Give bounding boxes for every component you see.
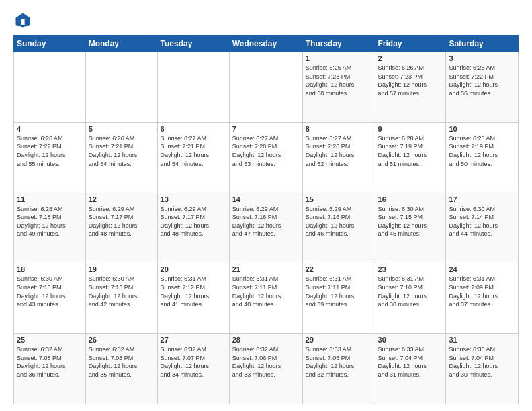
day-number: 20	[161, 265, 226, 273]
day-info: Sunrise: 6:26 AM Sunset: 7:22 PM Dayligh…	[17, 134, 83, 168]
calendar-cell: 24Sunrise: 6:31 AM Sunset: 7:09 PM Dayli…	[446, 263, 519, 334]
calendar-cell: 8Sunrise: 6:27 AM Sunset: 7:20 PM Daylig…	[302, 122, 375, 193]
day-number: 12	[89, 195, 154, 203]
day-info: Sunrise: 6:30 AM Sunset: 7:13 PM Dayligh…	[89, 275, 154, 308]
days-header-row: SundayMondayTuesdayWednesdayThursdayFrid…	[14, 36, 519, 52]
day-info: Sunrise: 6:28 AM Sunset: 7:19 PM Dayligh…	[378, 134, 443, 168]
header	[13, 11, 519, 30]
day-number: 22	[306, 265, 372, 273]
day-info: Sunrise: 6:26 AM Sunset: 7:23 PM Dayligh…	[378, 64, 443, 97]
day-info: Sunrise: 6:32 AM Sunset: 7:07 PM Dayligh…	[161, 345, 226, 379]
calendar-cell: 29Sunrise: 6:33 AM Sunset: 7:05 PM Dayli…	[302, 334, 375, 404]
day-info: Sunrise: 6:29 AM Sunset: 7:17 PM Dayligh…	[161, 205, 226, 238]
day-info: Sunrise: 6:28 AM Sunset: 7:19 PM Dayligh…	[449, 134, 515, 168]
calendar-cell: 25Sunrise: 6:32 AM Sunset: 7:08 PM Dayli…	[14, 334, 86, 404]
day-info: Sunrise: 6:31 AM Sunset: 7:09 PM Dayligh…	[449, 275, 515, 308]
day-number: 13	[161, 195, 226, 203]
calendar-cell: 23Sunrise: 6:31 AM Sunset: 7:10 PM Dayli…	[375, 263, 446, 334]
day-header-wednesday: Wednesday	[229, 36, 302, 52]
day-number: 7	[232, 125, 300, 133]
calendar-week-4: 18Sunrise: 6:30 AM Sunset: 7:13 PM Dayli…	[14, 263, 519, 334]
day-info: Sunrise: 6:27 AM Sunset: 7:21 PM Dayligh…	[161, 134, 226, 168]
day-header-sunday: Sunday	[14, 36, 86, 52]
day-info: Sunrise: 6:31 AM Sunset: 7:11 PM Dayligh…	[306, 275, 372, 308]
day-info: Sunrise: 6:32 AM Sunset: 7:08 PM Dayligh…	[89, 345, 154, 379]
day-info: Sunrise: 6:29 AM Sunset: 7:16 PM Dayligh…	[232, 205, 300, 238]
day-info: Sunrise: 6:26 AM Sunset: 7:21 PM Dayligh…	[89, 134, 154, 168]
day-number: 27	[161, 336, 226, 344]
calendar-cell: 22Sunrise: 6:31 AM Sunset: 7:11 PM Dayli…	[302, 263, 375, 334]
day-number: 2	[378, 54, 443, 62]
day-number: 24	[449, 265, 515, 273]
calendar-cell: 4Sunrise: 6:26 AM Sunset: 7:22 PM Daylig…	[14, 122, 86, 193]
calendar-cell: 10Sunrise: 6:28 AM Sunset: 7:19 PM Dayli…	[446, 122, 519, 193]
day-header-saturday: Saturday	[446, 36, 519, 52]
calendar-cell: 2Sunrise: 6:26 AM Sunset: 7:23 PM Daylig…	[375, 52, 446, 123]
day-info: Sunrise: 6:25 AM Sunset: 7:23 PM Dayligh…	[306, 64, 372, 97]
day-header-thursday: Thursday	[302, 36, 375, 52]
calendar-cell: 13Sunrise: 6:29 AM Sunset: 7:17 PM Dayli…	[157, 193, 229, 263]
page: SundayMondayTuesdayWednesdayThursdayFrid…	[0, 0, 532, 411]
day-header-friday: Friday	[375, 36, 446, 52]
calendar-cell: 5Sunrise: 6:26 AM Sunset: 7:21 PM Daylig…	[85, 122, 157, 193]
day-info: Sunrise: 6:33 AM Sunset: 7:04 PM Dayligh…	[378, 345, 443, 379]
day-header-tuesday: Tuesday	[157, 36, 229, 52]
calendar-week-1: 1Sunrise: 6:25 AM Sunset: 7:23 PM Daylig…	[14, 52, 519, 123]
day-info: Sunrise: 6:26 AM Sunset: 7:22 PM Dayligh…	[449, 64, 515, 97]
day-info: Sunrise: 6:31 AM Sunset: 7:11 PM Dayligh…	[232, 275, 300, 308]
day-info: Sunrise: 6:28 AM Sunset: 7:18 PM Dayligh…	[17, 205, 83, 238]
day-number: 18	[17, 265, 83, 273]
day-number: 28	[232, 336, 300, 344]
day-number: 15	[306, 195, 372, 203]
logo-icon	[13, 11, 32, 30]
calendar-cell: 19Sunrise: 6:30 AM Sunset: 7:13 PM Dayli…	[85, 263, 157, 334]
day-info: Sunrise: 6:30 AM Sunset: 7:15 PM Dayligh…	[378, 205, 443, 238]
day-info: Sunrise: 6:29 AM Sunset: 7:16 PM Dayligh…	[306, 205, 372, 238]
calendar-cell: 21Sunrise: 6:31 AM Sunset: 7:11 PM Dayli…	[229, 263, 302, 334]
calendar-cell: 14Sunrise: 6:29 AM Sunset: 7:16 PM Dayli…	[229, 193, 302, 263]
calendar-cell: 11Sunrise: 6:28 AM Sunset: 7:18 PM Dayli…	[14, 193, 86, 263]
day-number: 10	[449, 125, 515, 133]
day-number: 1	[306, 54, 372, 62]
day-info: Sunrise: 6:27 AM Sunset: 7:20 PM Dayligh…	[232, 134, 300, 168]
calendar-cell: 30Sunrise: 6:33 AM Sunset: 7:04 PM Dayli…	[375, 334, 446, 404]
calendar-week-5: 25Sunrise: 6:32 AM Sunset: 7:08 PM Dayli…	[14, 334, 519, 404]
calendar-cell: 7Sunrise: 6:27 AM Sunset: 7:20 PM Daylig…	[229, 122, 302, 193]
day-number: 14	[232, 195, 300, 203]
calendar-cell: 20Sunrise: 6:31 AM Sunset: 7:12 PM Dayli…	[157, 263, 229, 334]
calendar-cell: 3Sunrise: 6:26 AM Sunset: 7:22 PM Daylig…	[446, 52, 519, 123]
calendar-cell: 12Sunrise: 6:29 AM Sunset: 7:17 PM Dayli…	[85, 193, 157, 263]
calendar-cell: 1Sunrise: 6:25 AM Sunset: 7:23 PM Daylig…	[302, 52, 375, 123]
day-number: 23	[378, 265, 443, 273]
day-info: Sunrise: 6:27 AM Sunset: 7:20 PM Dayligh…	[306, 134, 372, 168]
calendar-cell: 16Sunrise: 6:30 AM Sunset: 7:15 PM Dayli…	[375, 193, 446, 263]
day-info: Sunrise: 6:32 AM Sunset: 7:06 PM Dayligh…	[232, 345, 300, 379]
day-number: 9	[378, 125, 443, 133]
day-number: 25	[17, 336, 83, 344]
day-number: 29	[306, 336, 372, 344]
calendar-cell: 26Sunrise: 6:32 AM Sunset: 7:08 PM Dayli…	[85, 334, 157, 404]
day-header-monday: Monday	[85, 36, 157, 52]
day-number: 11	[17, 195, 83, 203]
calendar-cell: 31Sunrise: 6:33 AM Sunset: 7:04 PM Dayli…	[446, 334, 519, 404]
day-info: Sunrise: 6:33 AM Sunset: 7:05 PM Dayligh…	[306, 345, 372, 379]
day-info: Sunrise: 6:30 AM Sunset: 7:13 PM Dayligh…	[17, 275, 83, 308]
logo	[13, 11, 35, 30]
svg-rect-3	[21, 19, 24, 25]
day-number: 30	[378, 336, 443, 344]
day-number: 16	[378, 195, 443, 203]
day-info: Sunrise: 6:31 AM Sunset: 7:12 PM Dayligh…	[161, 275, 226, 308]
day-info: Sunrise: 6:31 AM Sunset: 7:10 PM Dayligh…	[378, 275, 443, 308]
day-number: 21	[232, 265, 300, 273]
day-info: Sunrise: 6:29 AM Sunset: 7:17 PM Dayligh…	[89, 205, 154, 238]
day-number: 26	[89, 336, 154, 344]
calendar-cell	[157, 52, 229, 123]
day-info: Sunrise: 6:33 AM Sunset: 7:04 PM Dayligh…	[449, 345, 515, 379]
calendar-cell	[14, 52, 86, 123]
day-info: Sunrise: 6:32 AM Sunset: 7:08 PM Dayligh…	[17, 345, 83, 379]
day-number: 3	[449, 54, 515, 62]
day-number: 5	[89, 125, 154, 133]
calendar: SundayMondayTuesdayWednesdayThursdayFrid…	[13, 35, 519, 404]
calendar-cell: 17Sunrise: 6:30 AM Sunset: 7:14 PM Dayli…	[446, 193, 519, 263]
calendar-week-3: 11Sunrise: 6:28 AM Sunset: 7:18 PM Dayli…	[14, 193, 519, 263]
